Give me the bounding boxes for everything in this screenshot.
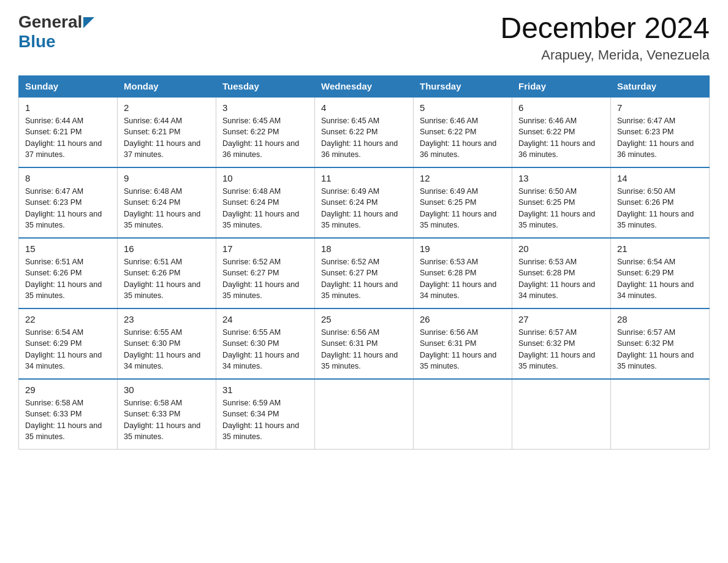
calendar-table: SundayMondayTuesdayWednesdayThursdayFrid… [18, 75, 710, 450]
day-info: Sunrise: 6:50 AMSunset: 6:25 PMDaylight:… [518, 187, 595, 230]
day-number: 18 [321, 242, 407, 255]
day-info: Sunrise: 6:53 AMSunset: 6:28 PMDaylight:… [420, 258, 496, 301]
day-info: Sunrise: 6:58 AMSunset: 6:33 PMDaylight:… [25, 399, 102, 442]
logo-general-text: General [18, 12, 82, 32]
week-row-2: 8Sunrise: 6:47 AMSunset: 6:23 PMDaylight… [19, 167, 710, 238]
calendar-cell: 23Sunrise: 6:55 AMSunset: 6:30 PMDayligh… [118, 308, 216, 379]
day-info: Sunrise: 6:47 AMSunset: 6:23 PMDaylight:… [25, 187, 102, 230]
day-info: Sunrise: 6:46 AMSunset: 6:22 PMDaylight:… [518, 117, 595, 159]
day-info: Sunrise: 6:49 AMSunset: 6:25 PMDaylight:… [420, 187, 496, 230]
calendar-cell: 20Sunrise: 6:53 AMSunset: 6:28 PMDayligh… [512, 238, 611, 308]
calendar-cell: 7Sunrise: 6:47 AMSunset: 6:23 PMDaylight… [611, 97, 710, 167]
day-number: 10 [222, 172, 308, 185]
day-number: 14 [617, 172, 703, 185]
calendar-cell: 30Sunrise: 6:58 AMSunset: 6:33 PMDayligh… [118, 379, 216, 450]
col-header-monday: Monday [118, 75, 216, 97]
day-info: Sunrise: 6:53 AMSunset: 6:28 PMDaylight:… [518, 258, 595, 301]
calendar-cell: 14Sunrise: 6:50 AMSunset: 6:26 PMDayligh… [611, 167, 710, 238]
col-header-friday: Friday [512, 75, 611, 97]
calendar-cell [611, 379, 710, 450]
location-subtitle: Arapuey, Merida, Venezuela [500, 47, 710, 63]
day-info: Sunrise: 6:59 AMSunset: 6:34 PMDaylight:… [222, 399, 299, 442]
day-info: Sunrise: 6:50 AMSunset: 6:26 PMDaylight:… [617, 187, 694, 230]
week-row-1: 1Sunrise: 6:44 AMSunset: 6:21 PMDaylight… [19, 97, 710, 167]
calendar-cell: 3Sunrise: 6:45 AMSunset: 6:22 PMDaylight… [216, 97, 315, 167]
calendar-cell: 31Sunrise: 6:59 AMSunset: 6:34 PMDayligh… [216, 379, 315, 450]
day-info: Sunrise: 6:52 AMSunset: 6:27 PMDaylight:… [321, 258, 398, 301]
day-info: Sunrise: 6:47 AMSunset: 6:23 PMDaylight:… [617, 117, 694, 159]
day-number: 5 [420, 101, 506, 114]
day-info: Sunrise: 6:57 AMSunset: 6:32 PMDaylight:… [518, 328, 595, 371]
day-number: 6 [518, 101, 604, 114]
calendar-cell: 12Sunrise: 6:49 AMSunset: 6:25 PMDayligh… [414, 167, 512, 238]
day-number: 17 [222, 242, 308, 255]
day-number: 19 [420, 242, 506, 255]
day-number: 9 [124, 172, 210, 185]
month-year-title: December 2024 [500, 12, 710, 45]
day-info: Sunrise: 6:58 AMSunset: 6:33 PMDaylight:… [124, 399, 200, 442]
day-info: Sunrise: 6:46 AMSunset: 6:22 PMDaylight:… [420, 117, 496, 159]
title-block: December 2024 Arapuey, Merida, Venezuela [500, 12, 710, 63]
day-number: 21 [617, 242, 703, 255]
logo: General Blue [18, 12, 94, 52]
day-number: 28 [617, 313, 703, 326]
logo-blue-text: Blue [18, 32, 56, 51]
day-number: 27 [518, 313, 604, 326]
calendar-cell: 19Sunrise: 6:53 AMSunset: 6:28 PMDayligh… [414, 238, 512, 308]
calendar-cell: 8Sunrise: 6:47 AMSunset: 6:23 PMDaylight… [19, 167, 118, 238]
calendar-cell: 24Sunrise: 6:55 AMSunset: 6:30 PMDayligh… [216, 308, 315, 379]
calendar-cell: 4Sunrise: 6:45 AMSunset: 6:22 PMDaylight… [315, 97, 414, 167]
calendar-cell [414, 379, 512, 450]
calendar-cell: 15Sunrise: 6:51 AMSunset: 6:26 PMDayligh… [19, 238, 118, 308]
calendar-cell [315, 379, 414, 450]
day-number: 7 [617, 101, 703, 114]
day-number: 25 [321, 313, 407, 326]
calendar-header-row: SundayMondayTuesdayWednesdayThursdayFrid… [19, 75, 710, 97]
col-header-tuesday: Tuesday [216, 75, 315, 97]
day-info: Sunrise: 6:52 AMSunset: 6:27 PMDaylight:… [222, 258, 299, 301]
day-number: 23 [124, 313, 210, 326]
day-number: 13 [518, 172, 604, 185]
day-info: Sunrise: 6:56 AMSunset: 6:31 PMDaylight:… [420, 328, 496, 371]
calendar-cell: 11Sunrise: 6:49 AMSunset: 6:24 PMDayligh… [315, 167, 414, 238]
calendar-cell: 22Sunrise: 6:54 AMSunset: 6:29 PMDayligh… [19, 308, 118, 379]
day-number: 1 [25, 101, 111, 114]
day-info: Sunrise: 6:57 AMSunset: 6:32 PMDaylight:… [617, 328, 694, 371]
day-info: Sunrise: 6:45 AMSunset: 6:22 PMDaylight:… [222, 117, 299, 159]
week-row-5: 29Sunrise: 6:58 AMSunset: 6:33 PMDayligh… [19, 379, 710, 450]
day-number: 30 [124, 383, 210, 396]
day-number: 4 [321, 101, 407, 114]
day-info: Sunrise: 6:56 AMSunset: 6:31 PMDaylight:… [321, 328, 398, 371]
col-header-sunday: Sunday [19, 75, 118, 97]
calendar-cell: 25Sunrise: 6:56 AMSunset: 6:31 PMDayligh… [315, 308, 414, 379]
col-header-wednesday: Wednesday [315, 75, 414, 97]
week-row-3: 15Sunrise: 6:51 AMSunset: 6:26 PMDayligh… [19, 238, 710, 308]
day-info: Sunrise: 6:48 AMSunset: 6:24 PMDaylight:… [222, 187, 299, 230]
day-number: 8 [25, 172, 111, 185]
day-number: 12 [420, 172, 506, 185]
calendar-cell: 9Sunrise: 6:48 AMSunset: 6:24 PMDaylight… [118, 167, 216, 238]
day-info: Sunrise: 6:51 AMSunset: 6:26 PMDaylight:… [124, 258, 200, 301]
calendar-cell: 26Sunrise: 6:56 AMSunset: 6:31 PMDayligh… [414, 308, 512, 379]
day-number: 24 [222, 313, 308, 326]
day-number: 15 [25, 242, 111, 255]
day-info: Sunrise: 6:45 AMSunset: 6:22 PMDaylight:… [321, 117, 398, 159]
day-info: Sunrise: 6:44 AMSunset: 6:21 PMDaylight:… [124, 117, 200, 159]
logo-arrow-icon [83, 17, 94, 31]
day-number: 11 [321, 172, 407, 185]
calendar-cell: 29Sunrise: 6:58 AMSunset: 6:33 PMDayligh… [19, 379, 118, 450]
calendar-cell: 21Sunrise: 6:54 AMSunset: 6:29 PMDayligh… [611, 238, 710, 308]
page-header: General Blue December 2024 Arapuey, Meri… [18, 12, 710, 63]
day-number: 16 [124, 242, 210, 255]
day-number: 26 [420, 313, 506, 326]
col-header-saturday: Saturday [611, 75, 710, 97]
calendar-cell: 28Sunrise: 6:57 AMSunset: 6:32 PMDayligh… [611, 308, 710, 379]
calendar-cell: 1Sunrise: 6:44 AMSunset: 6:21 PMDaylight… [19, 97, 118, 167]
day-info: Sunrise: 6:49 AMSunset: 6:24 PMDaylight:… [321, 187, 398, 230]
day-info: Sunrise: 6:54 AMSunset: 6:29 PMDaylight:… [25, 328, 102, 371]
col-header-thursday: Thursday [414, 75, 512, 97]
day-info: Sunrise: 6:44 AMSunset: 6:21 PMDaylight:… [25, 117, 102, 159]
day-info: Sunrise: 6:51 AMSunset: 6:26 PMDaylight:… [25, 258, 102, 301]
calendar-cell: 13Sunrise: 6:50 AMSunset: 6:25 PMDayligh… [512, 167, 611, 238]
calendar-cell: 5Sunrise: 6:46 AMSunset: 6:22 PMDaylight… [414, 97, 512, 167]
